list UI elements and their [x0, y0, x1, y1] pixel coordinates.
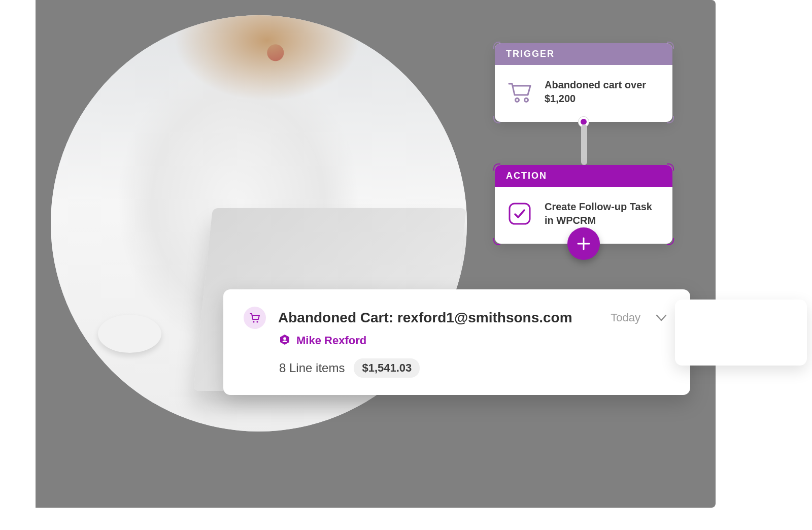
svg-point-0	[516, 98, 519, 102]
trigger-text: Abandoned cart over $1,200	[545, 78, 661, 106]
svg-point-5	[283, 337, 286, 340]
cart-badge-icon	[244, 307, 266, 329]
check-box-icon	[506, 202, 533, 226]
person-icon	[279, 334, 290, 347]
task-user-name[interactable]: Mike Rexford	[296, 334, 366, 347]
partial-card	[675, 300, 807, 366]
abandoned-cart-task-card[interactable]: Abandoned Cart: rexford1@smithsons.com T…	[223, 289, 690, 395]
trigger-header: TRIGGER	[495, 43, 672, 65]
task-line-items: 8 Line items	[279, 361, 345, 375]
svg-point-4	[256, 321, 258, 322]
workflow-trigger-card[interactable]: TRIGGER Abandoned cart over $1,200	[495, 43, 672, 122]
mouse-illustration	[98, 315, 161, 353]
svg-point-3	[253, 321, 254, 322]
task-title: Abandoned Cart: rexford1@smithsons.com	[278, 310, 598, 326]
action-text: Create Follow-up Task in WPCRM	[545, 200, 661, 227]
svg-point-1	[525, 98, 528, 102]
add-step-button[interactable]	[567, 227, 600, 260]
task-date: Today	[611, 311, 640, 324]
expand-button[interactable]	[653, 309, 670, 326]
plus-icon	[576, 236, 591, 251]
workflow-action-card[interactable]: ACTION Create Follow-up Task in WPCRM	[495, 165, 672, 244]
task-total-pill: $1,541.03	[354, 358, 420, 378]
svg-rect-2	[510, 204, 530, 224]
chevron-down-icon	[655, 311, 668, 324]
action-header: ACTION	[495, 165, 672, 187]
shopping-cart-icon	[506, 80, 533, 104]
workflow-connector	[581, 124, 587, 165]
